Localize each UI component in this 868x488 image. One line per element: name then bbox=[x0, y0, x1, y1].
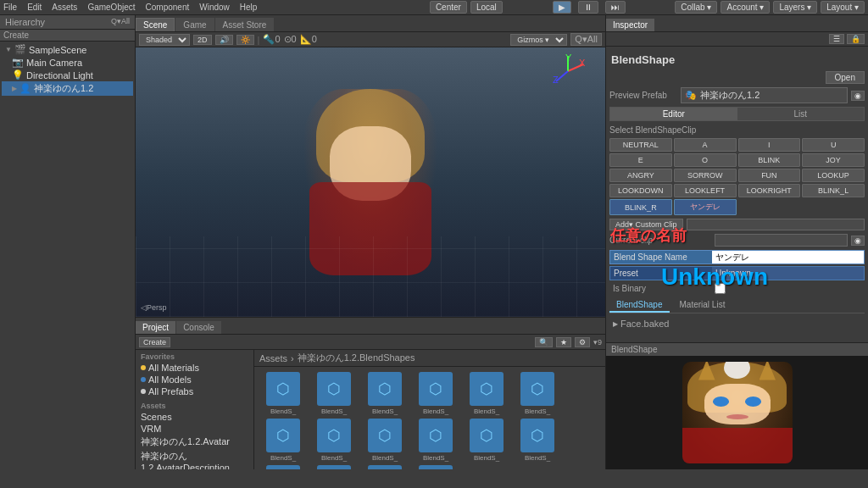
menu-window[interactable]: Window bbox=[199, 3, 230, 12]
asset-item[interactable]: ⬡ BlendS_ bbox=[310, 465, 358, 469]
asset-item[interactable]: ⬡ BlendS_ bbox=[412, 419, 459, 462]
dot-icon bbox=[141, 377, 146, 382]
asset-item[interactable]: ⬡ BlendS_ bbox=[514, 419, 561, 462]
menu-gameobject[interactable]: GameObject bbox=[87, 3, 135, 12]
search-btn[interactable]: 🔍 bbox=[535, 337, 553, 347]
star-btn[interactable]: ★ bbox=[556, 337, 571, 347]
hierarchy-item-dirlight[interactable]: 💡 Directional Light bbox=[2, 69, 133, 81]
face-item[interactable]: ▶ Face.baked bbox=[609, 317, 865, 330]
shaded-dropdown[interactable]: Shaded bbox=[139, 34, 190, 46]
asset-item[interactable]: ⬡ BlendS_ bbox=[310, 419, 358, 462]
step-button[interactable]: ⏭ bbox=[605, 1, 626, 14]
inspector-lock-btn[interactable]: 🔒 bbox=[847, 34, 865, 44]
project-item-scenes[interactable]: Scenes bbox=[137, 411, 252, 423]
hierarchy-item-label: Directional Light bbox=[26, 70, 93, 80]
blend-btn-neutral[interactable]: NEUTRAL bbox=[609, 138, 672, 152]
asset-item[interactable]: ⬡ BlendS_ bbox=[463, 372, 510, 415]
blend-btn-i[interactable]: I bbox=[738, 138, 801, 152]
blend-btn-e[interactable]: E bbox=[609, 153, 672, 167]
svg-text:Z: Z bbox=[553, 75, 559, 85]
tab-project[interactable]: Project bbox=[136, 321, 175, 334]
blend-btn-blink[interactable]: BLINK bbox=[738, 153, 801, 167]
bs-tab-blendshape[interactable]: BlendShape bbox=[609, 298, 670, 313]
asset-item[interactable]: ⬡ BlendS_ bbox=[361, 372, 409, 415]
asset-item[interactable]: ⬡ BlendS_ bbox=[412, 465, 459, 469]
tab-asset-store[interactable]: Asset Store bbox=[215, 18, 275, 31]
play-button[interactable]: ▶ bbox=[553, 1, 571, 14]
project-item-all-materials[interactable]: All Materials bbox=[137, 362, 252, 374]
layout-button[interactable]: Layout ▾ bbox=[821, 1, 865, 14]
open-button[interactable]: Open bbox=[826, 71, 865, 84]
asset-item[interactable]: ⬡ BlendS_ bbox=[514, 372, 561, 415]
project-create-btn[interactable]: Create bbox=[139, 337, 170, 347]
blend-btn-fun[interactable]: FUN bbox=[738, 169, 801, 182]
settings-btn[interactable]: ⚙ bbox=[575, 337, 590, 347]
transform-local-btn[interactable]: Local bbox=[470, 1, 503, 14]
menu-assets[interactable]: Assets bbox=[52, 3, 77, 12]
collab-button[interactable]: Collab ▾ bbox=[675, 1, 717, 14]
editor-list-tabs: Editor List bbox=[609, 107, 865, 121]
asset-item[interactable]: ⬡ BlendS_ bbox=[259, 465, 307, 469]
preview-prefab-value[interactable]: 🎭 神楽ゆのん1.2 bbox=[681, 87, 848, 103]
blend-btn-sorrow[interactable]: SORROW bbox=[674, 169, 737, 182]
current-clip-input[interactable] bbox=[715, 234, 848, 247]
blend-btn-angry[interactable]: ANGRY bbox=[609, 169, 672, 182]
menu-edit[interactable]: Edit bbox=[27, 3, 42, 12]
blend-btn-lookdown[interactable]: LOOKDOWN bbox=[609, 184, 672, 197]
tab-scene[interactable]: Scene bbox=[136, 18, 175, 31]
bs-tab-material[interactable]: Material List bbox=[673, 298, 732, 313]
asset-item[interactable]: ⬡ BlendS_ bbox=[310, 372, 358, 415]
blend-shape-name-input[interactable] bbox=[712, 251, 864, 263]
scene-search[interactable]: Q▾All bbox=[570, 33, 602, 46]
asset-item[interactable]: ⬡ BlendS_ bbox=[463, 419, 510, 462]
blend-btn-a[interactable]: A bbox=[674, 138, 737, 152]
asset-item[interactable]: ⬡ BlendS_ bbox=[412, 372, 459, 415]
hierarchy-item-maincamera[interactable]: 📷 Main Camera bbox=[2, 56, 133, 69]
preview-search-btn[interactable]: ◉ bbox=[851, 91, 865, 101]
project-item-vrm[interactable]: VRM bbox=[137, 423, 252, 435]
hierarchy-item-character[interactable]: ▶ 👤 神楽ゆのん1.2 bbox=[2, 81, 133, 96]
tab-inspector[interactable]: Inspector bbox=[606, 19, 654, 31]
hierarchy-item-samplescene[interactable]: ▼ 🎬 SampleScene bbox=[2, 43, 133, 56]
asset-item[interactable]: ⬡ BlendS_ bbox=[361, 465, 409, 469]
transform-center-btn[interactable]: Center bbox=[430, 1, 467, 14]
asset-item[interactable]: ⬡ BlendS_ bbox=[259, 372, 307, 415]
project-item-avatar-desc[interactable]: 神楽ゆのん1.2.AvatarDescription bbox=[137, 449, 252, 469]
menu-component[interactable]: Component bbox=[146, 3, 190, 12]
menu-file[interactable]: File bbox=[3, 3, 17, 12]
tab-list[interactable]: List bbox=[737, 108, 865, 120]
pause-button[interactable]: ⏸ bbox=[578, 1, 598, 14]
inspector-menu-btn[interactable]: ☰ bbox=[829, 34, 844, 44]
gizmos-dropdown[interactable]: Gizmos ▾ bbox=[510, 34, 567, 46]
layers-button[interactable]: Layers ▾ bbox=[773, 1, 817, 14]
fx-btn[interactable]: 🔆 bbox=[236, 35, 254, 45]
blend-btn-yandere[interactable]: ヤンデレ bbox=[674, 199, 737, 215]
blend-btn-lookright[interactable]: LOOKRIGHT bbox=[738, 184, 801, 197]
tab-console[interactable]: Console bbox=[176, 321, 221, 334]
blend-btn-o[interactable]: O bbox=[674, 153, 737, 167]
project-item-all-models[interactable]: All Models bbox=[137, 374, 252, 385]
add-clip-btn[interactable]: Add▾ Custom Clip bbox=[609, 219, 683, 230]
project-item-all-prefabs[interactable]: All Prefabs bbox=[137, 385, 252, 397]
hierarchy-search[interactable]: Q▾All bbox=[111, 17, 130, 27]
asset-item[interactable]: ⬡ BlendS_ bbox=[259, 419, 307, 462]
hierarchy-create-btn[interactable]: Create bbox=[0, 30, 135, 42]
blend-btn-lookleft[interactable]: LOOKLEFT bbox=[674, 184, 737, 197]
blend-btn-joy[interactable]: JOY bbox=[802, 153, 865, 167]
audio-btn[interactable]: 🔊 bbox=[215, 35, 233, 45]
account-button[interactable]: Account ▾ bbox=[721, 1, 770, 14]
add-clip-input[interactable] bbox=[687, 219, 865, 230]
blend-shape-name-label: Blend Shape Name bbox=[610, 251, 712, 263]
blend-btn-blink-r[interactable]: BLINK_R bbox=[609, 199, 672, 215]
current-clip-search-btn[interactable]: ◉ bbox=[851, 236, 865, 246]
project-item-avatar[interactable]: 神楽ゆのん1.2.Avatar bbox=[137, 435, 252, 449]
is-binary-checkbox[interactable] bbox=[715, 283, 726, 294]
blend-btn-u[interactable]: U bbox=[802, 138, 865, 152]
blend-btn-blink-l[interactable]: BLINK_L bbox=[802, 184, 865, 197]
2d-btn[interactable]: 2D bbox=[193, 35, 212, 45]
tab-editor[interactable]: Editor bbox=[610, 108, 737, 120]
tab-game[interactable]: Game bbox=[175, 18, 214, 31]
asset-item[interactable]: ⬡ BlendS_ bbox=[361, 419, 409, 462]
menu-help[interactable]: Help bbox=[240, 3, 258, 12]
blend-btn-lookup[interactable]: LOOKUP bbox=[802, 169, 865, 182]
